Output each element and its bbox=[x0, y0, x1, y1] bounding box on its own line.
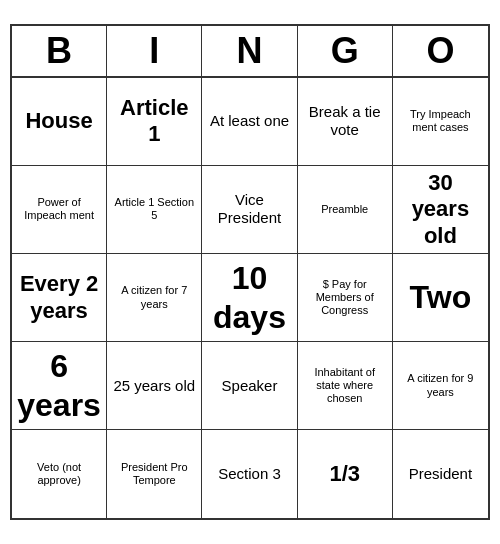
bingo-letter-b: B bbox=[12, 26, 107, 76]
bingo-cell-20: Veto (not approve) bbox=[12, 430, 107, 518]
bingo-letter-g: G bbox=[298, 26, 393, 76]
bingo-cell-3: Break a tie vote bbox=[298, 78, 393, 166]
bingo-header: BINGO bbox=[12, 26, 488, 78]
bingo-cell-19: A citizen for 9 years bbox=[393, 342, 488, 430]
bingo-letter-i: I bbox=[107, 26, 202, 76]
bingo-grid: HouseArticle 1At least oneBreak a tie vo… bbox=[12, 78, 488, 518]
bingo-cell-9: 30 years old bbox=[393, 166, 488, 254]
bingo-cell-0: House bbox=[12, 78, 107, 166]
bingo-cell-18: Inhabitant of state where chosen bbox=[298, 342, 393, 430]
bingo-cell-8: Preamble bbox=[298, 166, 393, 254]
bingo-cell-17: Speaker bbox=[202, 342, 297, 430]
bingo-letter-o: O bbox=[393, 26, 488, 76]
bingo-cell-10: Every 2 years bbox=[12, 254, 107, 342]
bingo-cell-15: 6 years bbox=[12, 342, 107, 430]
bingo-cell-11: A citizen for 7 years bbox=[107, 254, 202, 342]
bingo-cell-4: Try Impeach ment cases bbox=[393, 78, 488, 166]
bingo-cell-24: President bbox=[393, 430, 488, 518]
bingo-card: BINGO HouseArticle 1At least oneBreak a … bbox=[10, 24, 490, 520]
bingo-letter-n: N bbox=[202, 26, 297, 76]
bingo-cell-1: Article 1 bbox=[107, 78, 202, 166]
bingo-cell-16: 25 years old bbox=[107, 342, 202, 430]
bingo-cell-12: 10 days bbox=[202, 254, 297, 342]
bingo-cell-5: Power of Impeach ment bbox=[12, 166, 107, 254]
bingo-cell-6: Article 1 Section 5 bbox=[107, 166, 202, 254]
bingo-cell-2: At least one bbox=[202, 78, 297, 166]
bingo-cell-7: Vice President bbox=[202, 166, 297, 254]
bingo-cell-13: $ Pay for Members of Congress bbox=[298, 254, 393, 342]
bingo-cell-21: President Pro Tempore bbox=[107, 430, 202, 518]
bingo-cell-22: Section 3 bbox=[202, 430, 297, 518]
bingo-cell-14: Two bbox=[393, 254, 488, 342]
bingo-cell-23: 1/3 bbox=[298, 430, 393, 518]
